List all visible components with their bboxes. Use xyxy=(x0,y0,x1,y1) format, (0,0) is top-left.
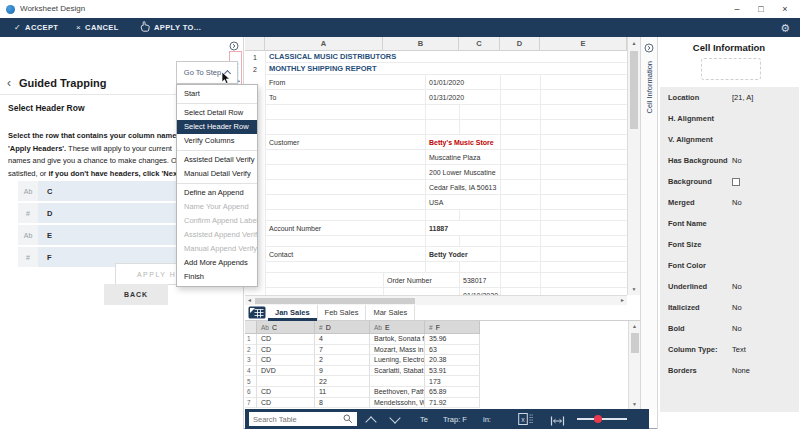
row-number[interactable]: 3 xyxy=(245,355,257,366)
scrollbar-thumb[interactable] xyxy=(630,51,638,129)
menu-item-manual-append-verify[interactable]: Manual Append Verify xyxy=(177,242,257,256)
table-cell[interactable]: 2 xyxy=(315,355,370,366)
sheet-cell[interactable] xyxy=(266,165,426,180)
table-cell[interactable] xyxy=(370,376,425,387)
table-row[interactable]: 2CD7Mozart, Mass in...63 xyxy=(245,345,628,356)
col-header-d[interactable]: D xyxy=(500,37,540,51)
worksheet-grid[interactable]: ABCDE 12 CLASSICAL MUSIC DISTRIBUTORSMON… xyxy=(245,37,627,295)
col-header-a[interactable]: A xyxy=(265,37,383,51)
sheet-row[interactable] xyxy=(266,236,627,247)
sheet-cell[interactable] xyxy=(266,236,426,247)
table-cell[interactable]: CD xyxy=(257,345,315,356)
sheet-cell[interactable] xyxy=(426,262,460,273)
sheet-cell[interactable]: 11887 xyxy=(426,221,501,236)
table-cell[interactable]: 8 xyxy=(315,398,370,409)
sheet-cell[interactable] xyxy=(501,273,541,288)
menu-item-select-header-row[interactable]: Select Header Row xyxy=(177,120,257,134)
sheet-cell[interactable] xyxy=(266,262,426,273)
sheet-cell[interactable] xyxy=(501,105,541,120)
sheet-cell[interactable] xyxy=(501,288,541,295)
sheet-cell[interactable] xyxy=(266,195,426,210)
table-cell[interactable]: 35.96 xyxy=(425,334,480,345)
sheet-cell[interactable] xyxy=(541,247,627,262)
sheet-cell[interactable]: Contact xyxy=(266,247,426,262)
sheet-row[interactable]: 01/10/2020 xyxy=(266,288,627,295)
sheet-row[interactable]: ContactBetty Yoder xyxy=(266,247,627,262)
search-input[interactable] xyxy=(249,415,343,424)
sheet-cell[interactable] xyxy=(501,75,541,90)
scrollbar-thumb[interactable] xyxy=(255,298,415,304)
sheet-cell[interactable] xyxy=(541,236,627,247)
menu-item-define-an-append[interactable]: Define an Append xyxy=(177,186,257,200)
sheet-cell[interactable] xyxy=(426,210,460,221)
sheet-cell[interactable] xyxy=(541,75,627,90)
export-excel-icon[interactable]: x xyxy=(518,412,534,429)
sheet-cell[interactable] xyxy=(266,180,426,195)
sheet-cell[interactable] xyxy=(266,288,384,295)
table-cell[interactable]: Bartok, Sonata fo... xyxy=(370,334,425,345)
table-row[interactable]: 1CD4Bartok, Sonata fo...35.96 xyxy=(245,334,628,345)
sheet-cell[interactable]: Cedar Falls, IA 50613 xyxy=(426,180,501,195)
sheet-row[interactable]: Order Number538017 xyxy=(266,273,627,288)
sheet-cell[interactable]: Betty's Music Store xyxy=(426,135,501,150)
sheet-cell[interactable]: Account Number xyxy=(266,221,426,236)
sheet-cell[interactable] xyxy=(501,90,541,105)
sheet-tab-mar-sales[interactable]: Mar Sales xyxy=(366,305,415,320)
sheet-cell[interactable] xyxy=(501,247,541,262)
table-cell[interactable]: 71.92 xyxy=(425,398,480,409)
table-row[interactable]: 522173 xyxy=(245,376,628,387)
sheet-cell[interactable]: Betty Yoder xyxy=(426,247,501,262)
table-row[interactable]: 3CD2Luening, Electroni...20.38 xyxy=(245,355,628,366)
sheet-cell[interactable] xyxy=(541,288,627,295)
sheet-cell[interactable] xyxy=(266,150,426,165)
sheet-cell[interactable] xyxy=(501,180,541,195)
sheet-row[interactable]: Cedar Falls, IA 50613 xyxy=(266,180,627,195)
sheet-cell[interactable]: 01/01/2020 xyxy=(426,75,501,90)
menu-item-assisted-detail-verify[interactable]: Assisted Detail Verify xyxy=(177,153,257,167)
sheet-cell[interactable]: 01/10/2020 xyxy=(460,288,501,295)
scroll-down-icon[interactable]: ▼ xyxy=(628,286,640,292)
sheet-cell[interactable]: MONTHLY SHIPPING REPORT xyxy=(266,63,627,75)
scroll-down-icon[interactable]: ▼ xyxy=(629,401,640,407)
sheet-cell[interactable] xyxy=(384,288,460,295)
row-number[interactable]: 5 xyxy=(245,376,257,387)
sheet-cell[interactable] xyxy=(541,165,627,180)
table-row[interactable]: 6CD11Beethoven, Pathe...65.89 xyxy=(245,387,628,398)
sheet-cell[interactable] xyxy=(266,210,426,221)
table-cell[interactable]: Mendelssohn, Wa... xyxy=(370,398,425,409)
sheet-cell[interactable] xyxy=(501,210,541,221)
row-number[interactable]: 2 xyxy=(245,345,257,356)
col-header-c[interactable]: C xyxy=(459,37,500,51)
sheet-cell[interactable] xyxy=(460,236,501,247)
table-cell[interactable]: 11 xyxy=(315,387,370,398)
menu-item-manual-detail-verify[interactable]: Manual Detail Verify xyxy=(177,167,257,181)
table-cell[interactable]: 63 xyxy=(425,345,480,356)
sheet-tab-feb-sales[interactable]: Feb Sales xyxy=(318,305,367,320)
sheet-cell[interactable] xyxy=(501,236,541,247)
sheet-cell[interactable] xyxy=(541,135,627,150)
sheet-cell[interactable] xyxy=(541,180,627,195)
zoom-slider-track[interactable] xyxy=(577,418,627,420)
sheet-cell[interactable] xyxy=(501,120,541,135)
apply-to-button[interactable]: APPLY TO... xyxy=(140,18,201,37)
table-vertical-scrollbar[interactable]: ▲ ▼ xyxy=(628,321,640,409)
table-cell[interactable]: 7 xyxy=(315,345,370,356)
scroll-up-icon[interactable]: ▲ xyxy=(628,40,640,46)
col-header-b[interactable]: B xyxy=(383,37,459,51)
sheet-cell[interactable] xyxy=(541,90,627,105)
sheet-cell[interactable] xyxy=(266,120,426,135)
sheet-row[interactable]: Account Number11887 xyxy=(266,221,627,236)
sheet-cell[interactable] xyxy=(541,210,627,221)
scroll-right-icon[interactable]: ► xyxy=(620,297,625,303)
sheet-cell[interactable]: 538017 xyxy=(460,273,501,288)
sheet-cell[interactable] xyxy=(501,165,541,180)
sheet-row[interactable] xyxy=(266,210,627,221)
sheet-row[interactable]: To01/31/2020 xyxy=(266,90,627,105)
menu-item-select-detail-row[interactable]: Select Detail Row xyxy=(177,106,257,120)
dock-panel-icon[interactable] xyxy=(644,39,654,57)
gear-icon[interactable]: ⚙ xyxy=(780,20,790,36)
sheet-cell[interactable]: Muscatine Plaza xyxy=(426,150,501,165)
sheet-cell[interactable]: Customer xyxy=(266,135,426,150)
menu-item-verify-columns[interactable]: Verify Columns xyxy=(177,134,257,148)
table-select-icon[interactable] xyxy=(245,305,268,320)
